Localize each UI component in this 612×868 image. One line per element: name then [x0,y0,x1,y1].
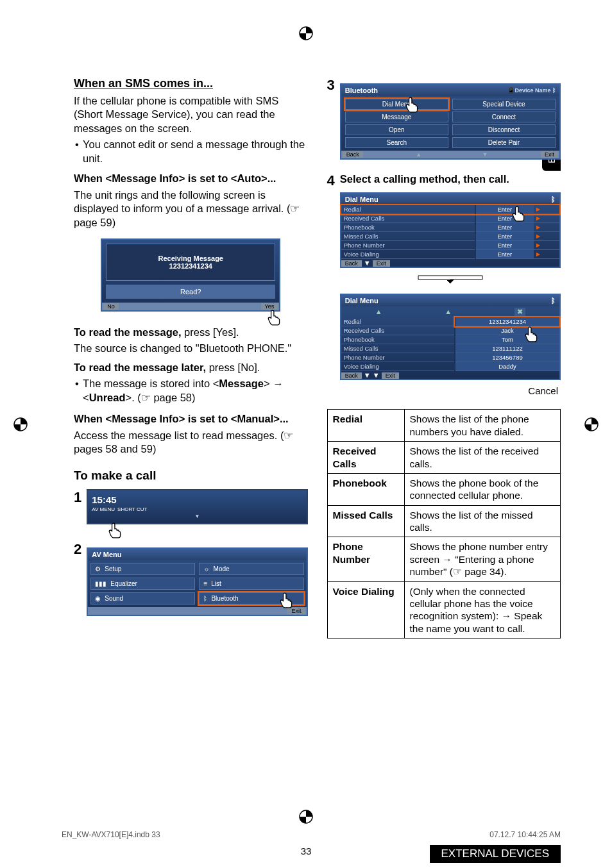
dm-back-button[interactable]: Back [341,260,362,267]
up-arrow-icon[interactable]: ▲ [375,308,382,316]
dm-received[interactable]: Received Calls [341,214,475,223]
method-voice: Voice Dialing [327,581,404,638]
step-1-number: 1 [74,489,81,506]
method-phonebook-desc: Shows the phone book of the connected ce… [404,473,561,505]
calling-methods-table: RedialShows the list of the phone number… [327,409,561,638]
av-list[interactable]: ≡List [199,578,303,590]
rl-e: >. (☞ page 58) [126,392,196,403]
cancel-label: Cancel [340,385,561,396]
play-icon[interactable]: ▶ [534,241,559,250]
table-row: Missed CallsShows the list of the missed… [327,505,561,537]
play-icon[interactable]: ▶ [534,232,559,241]
down-arrow-icon[interactable]: ▼ [373,371,380,379]
play-icon[interactable]: ▶ [534,214,559,223]
dm-enter-4[interactable]: Enter [475,241,534,250]
bt-disconnect[interactable]: Disconnect [452,124,556,135]
sms-heading: When an SMS comes in... [74,77,308,90]
fig-bluetooth-menu: Bluetooth 📱Device Name ᛒ Dial Menu Speci… [340,83,561,160]
step-2-number: 2 [74,541,81,558]
play-icon[interactable]: ▶ [534,205,559,214]
fig-no-button[interactable]: No [103,303,119,310]
down-arrow-icon[interactable]: ▼ [475,151,496,158]
av-sound[interactable]: ◉Sound [90,592,195,605]
dm2-redial[interactable]: Redial [341,317,455,326]
fig-dial-menu-enter: Dial Menuᛒ RedialEnter▶ Received CallsEn… [340,192,561,268]
step-3: 3 Bluetooth 📱Device Name ᛒ Dial Menu Spe… [327,77,561,166]
dm2-missed[interactable]: Missed Calls [341,344,455,353]
step-3-number: 3 [327,77,335,94]
dm-enter-3[interactable]: Enter [475,232,534,241]
up-arrow-icon[interactable]: ▲ [445,308,452,316]
av-equalizer[interactable]: ▮▮▮Equalizer [90,578,195,590]
dm-phonebook[interactable]: Phonebook [341,223,475,232]
sms-manual-heading: When <Message Info> is set to <Manual>..… [74,413,289,424]
bt-open[interactable]: Open [345,124,448,135]
registration-mark-right [584,417,599,435]
step-2: 2 AV Menu ⚙Setup ☼Mode ▮▮▮Equalizer ≡Lis… [74,541,308,622]
fig-read-button[interactable]: Read? [106,285,275,299]
av-setup[interactable]: ⚙Setup [90,563,195,575]
dm2-voice[interactable]: Voice Dialing [341,362,455,371]
bt-special-device[interactable]: Special Device [452,99,556,110]
rl-b: Message [219,378,264,389]
rl-a: The message is stored into < [83,378,219,389]
dm2-back-button[interactable]: Back [341,372,362,379]
method-redial-desc: Shows the list of the phone numbers you … [404,410,561,442]
method-missed-desc: Shows the list of the missed calls. [404,505,561,537]
dm2-val-3[interactable]: 123111122 [455,344,559,353]
dm2-val-2[interactable]: Tom [455,335,559,344]
bt-message[interactable]: Messaage [345,112,448,122]
dm2-received[interactable]: Received Calls [341,326,455,335]
method-received-desc: Shows the list of the received calls. [404,442,561,474]
step4-text: Select a calling method, then call. [340,172,561,186]
dm2-phonebook[interactable]: Phonebook [341,335,455,344]
dm-enter-2[interactable]: Enter [475,223,534,232]
gear-icon: ⚙ [95,565,101,572]
read-later-bullet: The message is stored into <Message> → <… [74,377,308,405]
read-msg-result: The source is changed to "Bluetooth PHON… [74,342,308,355]
method-phonenumber-desc: Shows the phone number entry screen → "E… [404,537,561,581]
fig-receiving-message: Receiving Message 12312341234 Read? No Y… [101,238,280,312]
pointer-hand-icon [278,592,295,608]
pointer-hand-icon [404,96,421,113]
play-icon[interactable]: ▶ [534,250,559,259]
bt-back-button[interactable]: Back [343,151,363,158]
print-metadata: EN_KW-AVX710[E]4.indb 33 07.12.7 10:44:2… [62,830,561,839]
av-sound-label: Sound [105,595,123,602]
bt-exit-button[interactable]: Exit [541,151,558,158]
bt-dial-menu[interactable]: Dial Menu [345,99,448,110]
dm-exit-button[interactable]: Exit [373,260,390,267]
bluetooth-icon: ᛒ [551,297,556,305]
play-icon[interactable]: ▶ [534,223,559,232]
dm2-val-0[interactable]: 12312341234 [455,317,559,326]
bt-connect[interactable]: Connect [452,112,556,122]
up-arrow-icon[interactable]: ▲ [408,151,429,158]
dm-redial[interactable]: Redial [341,205,475,214]
dm-phonenum[interactable]: Phone Number [341,241,475,250]
dm-enter-5[interactable]: Enter [475,250,534,259]
av-mode[interactable]: ☼Mode [199,563,303,575]
right-column: ENGLISH 3 Bluetooth 📱Device Name ᛒ Dial … [327,77,561,804]
section-label: EXTERNAL DEVICES [430,845,561,863]
dm-voice[interactable]: Voice Dialing [341,250,475,259]
table-row: RedialShows the list of the phone number… [327,410,561,442]
av-setup-label: Setup [105,565,121,572]
down-arrow-icon[interactable]: ▼ [364,371,371,379]
dm-missed[interactable]: Missed Calls [341,232,475,241]
av-exit-button[interactable]: Exit [287,608,305,614]
method-voice-desc: (Only when the connected cellular phone … [404,581,561,638]
bt-search[interactable]: Search [345,137,448,148]
step-4: 4 Select a calling method, then call. Di… [327,172,561,403]
dm2-phonenum[interactable]: Phone Number [341,353,455,362]
shortcut-icon[interactable]: SHORT CUT [117,506,147,512]
bt-delete-pair[interactable]: Delete Pair [452,137,556,148]
close-icon[interactable]: ✖ [514,308,525,316]
pointer-hand-icon [266,309,283,326]
av-menu-icon[interactable]: AV MENU [92,506,115,512]
dm2-val-4[interactable]: 123456789 [455,353,559,362]
dm2-exit-button[interactable]: Exit [382,372,399,379]
registration-mark-top [298,26,314,41]
down-arrow-icon[interactable]: ▼ [364,259,371,267]
dm2-val-5[interactable]: Daddy [455,362,559,371]
dm2-val-1[interactable]: Jack [455,326,559,335]
